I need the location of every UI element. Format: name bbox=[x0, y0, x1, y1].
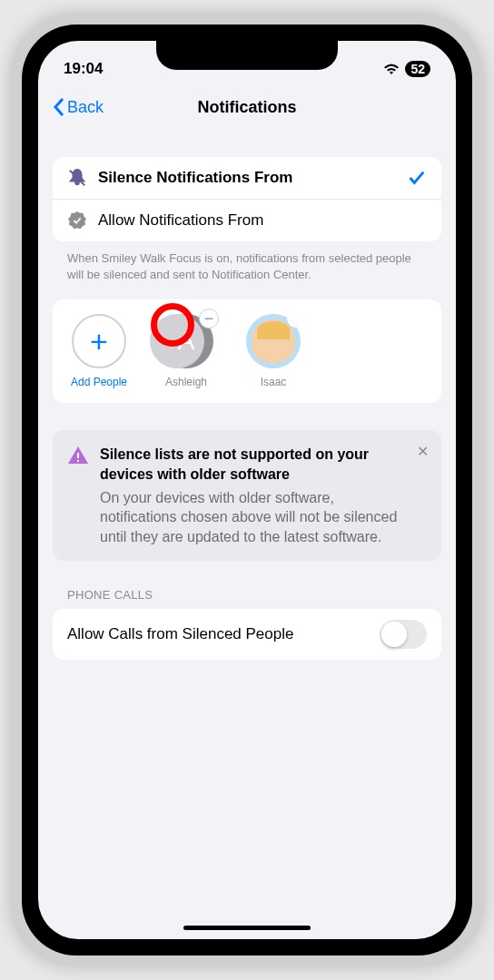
alert-title: Silence lists are not supported on your … bbox=[100, 445, 410, 484]
description-text: When Smiley Walk Focus is on, notificati… bbox=[53, 241, 441, 299]
allow-calls-label: Allow Calls from Silenced People bbox=[67, 625, 293, 643]
wifi-icon bbox=[383, 63, 400, 75]
avatar-isaac: − bbox=[246, 314, 301, 368]
add-people-button[interactable]: + Add People bbox=[64, 314, 134, 388]
nav-bar: Back Notifications bbox=[38, 84, 456, 130]
memoji-face bbox=[252, 319, 295, 363]
phone-calls-header: PHONE CALLS bbox=[53, 561, 441, 609]
back-button[interactable]: Back bbox=[53, 97, 104, 117]
notch bbox=[156, 41, 338, 70]
bell-slash-icon bbox=[67, 168, 87, 188]
content: Silence Notifications From Allow Notific… bbox=[38, 130, 456, 660]
person-name-ashleigh: Ashleigh bbox=[165, 376, 207, 388]
allow-calls-switch[interactable] bbox=[380, 620, 427, 649]
alert-card: Silence lists are not supported on your … bbox=[53, 430, 441, 561]
add-people-label: Add People bbox=[71, 376, 127, 388]
allow-label: Allow Notifications From bbox=[98, 211, 427, 230]
silence-label: Silence Notifications From bbox=[98, 169, 396, 187]
chevron-left-icon bbox=[53, 97, 65, 117]
allow-calls-row[interactable]: Allow Calls from Silenced People bbox=[53, 609, 441, 660]
notification-mode-list: Silence Notifications From Allow Notific… bbox=[53, 157, 441, 241]
status-indicators: 52 bbox=[383, 61, 430, 77]
alert-content: Silence lists are not supported on your … bbox=[100, 445, 427, 546]
battery-badge: 52 bbox=[405, 61, 430, 77]
person-name-isaac: Isaac bbox=[261, 376, 287, 388]
remove-ashleigh-button[interactable]: − bbox=[199, 309, 219, 328]
warning-icon bbox=[67, 445, 89, 466]
switch-knob bbox=[381, 622, 407, 647]
add-people-avatar: + bbox=[72, 314, 126, 368]
alert-close-button[interactable]: ✕ bbox=[417, 443, 429, 460]
phone-bezel: 19:04 52 Back Notifications Silence No bbox=[22, 24, 472, 956]
checkmark-icon bbox=[407, 168, 427, 188]
alert-body: On your devices with older software, not… bbox=[100, 488, 410, 547]
svg-rect-0 bbox=[77, 453, 79, 458]
back-label: Back bbox=[67, 98, 104, 117]
plus-icon: + bbox=[90, 324, 108, 359]
svg-rect-1 bbox=[77, 460, 79, 462]
phone-frame: 19:04 52 Back Notifications Silence No bbox=[11, 14, 483, 966]
person-isaac[interactable]: − Isaac bbox=[238, 314, 309, 388]
silence-option[interactable]: Silence Notifications From bbox=[53, 157, 441, 200]
people-card: + Add People A − Ashleigh bbox=[53, 299, 441, 403]
allow-option[interactable]: Allow Notifications From bbox=[53, 200, 441, 241]
home-indicator[interactable] bbox=[183, 926, 311, 930]
page-title: Notifications bbox=[197, 98, 296, 117]
badge-check-icon bbox=[67, 211, 87, 230]
status-time: 19:04 bbox=[64, 60, 103, 78]
screen: 19:04 52 Back Notifications Silence No bbox=[38, 41, 456, 939]
